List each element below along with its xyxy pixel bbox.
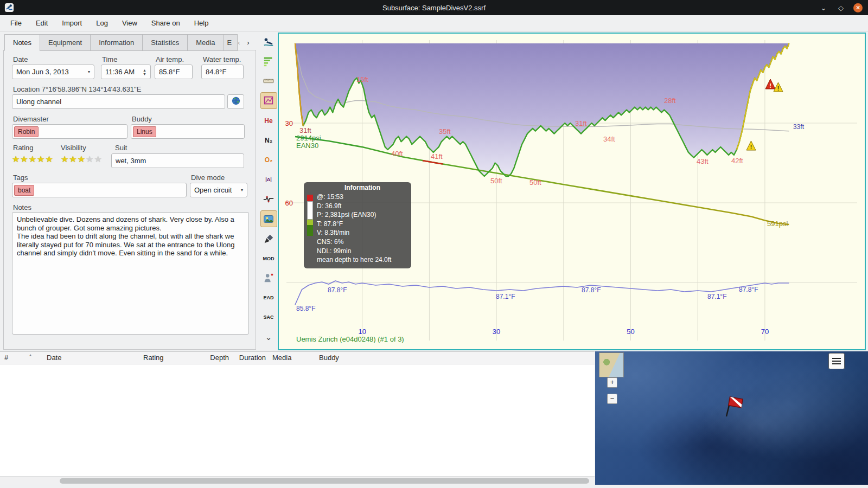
column-header-depth[interactable]: Depth	[205, 352, 229, 364]
dive-site-flag-marker[interactable]	[722, 394, 746, 420]
svg-text:85.8°F: 85.8°F	[296, 305, 315, 312]
water-temp-field[interactable]	[201, 65, 244, 79]
maximize-icon[interactable]: ◇	[836, 4, 846, 12]
svg-text:87.8°F: 87.8°F	[739, 286, 758, 293]
dive-mode-select[interactable]: Open circuit ▾	[190, 183, 247, 197]
menu-edit[interactable]: Edit	[29, 15, 55, 31]
column-header-duration[interactable]: Duration	[232, 352, 266, 364]
tab-scroll-left-icon[interactable]: ‹	[235, 37, 242, 48]
svg-text:33ft: 33ft	[793, 123, 805, 131]
notes-textarea[interactable]: Unbelievable dive. Dozens and dozens of …	[12, 212, 249, 335]
tab-bar: NotesEquipmentInformationStatisticsMedia…	[4, 34, 238, 50]
globe-button[interactable]	[227, 94, 244, 109]
tab-information[interactable]: Information	[90, 34, 142, 51]
ead-icon[interactable]: EAD	[261, 290, 277, 305]
star-icon: ★	[20, 155, 28, 164]
column-header-num[interactable]: #	[4, 352, 8, 364]
svg-text:42ft: 42ft	[731, 157, 743, 165]
column-header-buddy[interactable]: Buddy	[319, 352, 339, 364]
column-header-date[interactable]: Date	[47, 352, 61, 364]
pp-he-icon[interactable]: He	[261, 113, 277, 129]
ceiling-person-icon[interactable]	[261, 270, 277, 286]
tooltip-title: Information	[317, 184, 408, 191]
menu-help[interactable]: Help	[187, 15, 216, 31]
star-icon: ★	[45, 155, 53, 164]
heartrate-icon[interactable]	[261, 191, 277, 207]
map-overview-inset	[599, 352, 624, 377]
photos-icon[interactable]	[260, 210, 277, 227]
rating-stars[interactable]: ★★★★★	[12, 154, 54, 164]
map-zoom-in-button[interactable]: +	[607, 377, 617, 388]
mod-icon[interactable]: MOD	[261, 251, 277, 266]
time-label: Time	[102, 55, 117, 63]
divemaster-field[interactable]: Robin	[12, 124, 127, 139]
air-temp-label: Air temp.	[156, 55, 184, 63]
star-icon: ★	[12, 155, 20, 164]
map-panel[interactable]: + −	[595, 351, 868, 485]
minimize-icon[interactable]: ⌄	[819, 4, 828, 12]
svg-text:40ft: 40ft	[391, 150, 403, 158]
svg-text:31ft: 31ft	[299, 126, 311, 134]
map-menu-button[interactable]	[828, 353, 845, 369]
visibility-label: Visibility	[61, 144, 86, 152]
tab-media[interactable]: Media	[187, 34, 223, 51]
svg-text:!: !	[769, 82, 771, 89]
tissue-bars-icon[interactable]	[261, 53, 277, 69]
scrollbar-thumb[interactable]	[60, 478, 589, 484]
close-icon[interactable]: ✕	[853, 3, 863, 12]
profile-info-tooltip: Information @: 15:53D: 36.9ftP: 2,381psi…	[304, 182, 411, 268]
menu-log[interactable]: Log	[89, 15, 115, 31]
star-icon: ★	[78, 155, 86, 164]
divemaster-tag: Robin	[14, 126, 39, 137]
svg-text:60: 60	[285, 199, 293, 207]
column-header-rating[interactable]: Rating	[143, 352, 164, 364]
tooltip-rows: @: 15:53D: 36.9ftP: 2,381psi (EAN30)T: 8…	[317, 192, 408, 265]
tooltip-row: P: 2,381psi (EAN30)	[317, 210, 408, 220]
dive-profile-panel[interactable]: 30601030507031ft15ft40ft41ft35ft50ft50ft…	[278, 33, 866, 350]
svg-text:Uemis Zurich (e04d0248) (#1 of: Uemis Zurich (e04d0248) (#1 of 3)	[296, 335, 404, 343]
tab-notes[interactable]: Notes	[4, 34, 40, 51]
sort-indicator-icon: ▴	[29, 352, 31, 357]
rating-label: Rating	[13, 144, 34, 152]
map-zoom-out-button[interactable]: −	[607, 394, 617, 404]
time-stepper[interactable]: 11:36 AM ▲▼	[101, 65, 151, 79]
svg-text:10: 10	[358, 328, 366, 336]
menu-import[interactable]: Import	[55, 15, 89, 31]
menu-view[interactable]: View	[115, 15, 144, 31]
date-label: Date	[13, 55, 28, 63]
suit-field[interactable]	[111, 153, 244, 168]
tts-icon[interactable]: |Δ|	[261, 171, 277, 187]
svg-text:30: 30	[285, 119, 293, 127]
buddy-field[interactable]: Linus	[131, 124, 245, 139]
location-field[interactable]	[12, 94, 225, 109]
star-icon: ★	[86, 155, 94, 164]
sac-icon[interactable]: SAC	[261, 309, 277, 325]
svg-text:50: 50	[627, 328, 634, 336]
pp-o2-icon[interactable]: O₂	[261, 152, 277, 168]
svg-text:EAN30: EAN30	[296, 142, 318, 150]
pp-n2-icon[interactable]: N₂	[261, 132, 277, 148]
svg-text:87.1°F: 87.1°F	[707, 293, 726, 300]
tooltip-row: T: 87.8°F	[317, 220, 408, 229]
ruler-icon[interactable]	[261, 73, 277, 88]
dive-list-header: #DateRatingDepthDurationMediaBuddy▴	[0, 352, 595, 364]
horizontal-scrollbar[interactable]	[0, 476, 595, 485]
pen-icon[interactable]	[261, 231, 277, 247]
tab-equipment[interactable]: Equipment	[40, 34, 90, 51]
star-icon: ★	[61, 155, 69, 164]
tab-statistics[interactable]: Statistics	[142, 34, 187, 51]
tab-scroll-right-icon[interactable]: ›	[245, 37, 252, 48]
svg-text:31ft: 31ft	[575, 119, 587, 127]
date-select[interactable]: Mon Jun 3, 2013 ▾	[12, 65, 94, 79]
scale-graph-icon[interactable]	[260, 92, 277, 109]
svg-text:41ft: 41ft	[431, 152, 443, 160]
dc-ceiling-icon[interactable]	[261, 34, 277, 49]
menu-share-on[interactable]: Share on	[144, 15, 187, 31]
visibility-stars[interactable]: ★★★★★	[61, 154, 103, 164]
column-header-media[interactable]: Media	[272, 352, 291, 364]
air-temp-field[interactable]	[155, 65, 193, 79]
spinner-arrows-icon[interactable]: ▲▼	[143, 68, 146, 76]
toolbar-more-icon[interactable]: ⌄	[259, 332, 278, 342]
tags-field[interactable]: boat	[12, 183, 187, 197]
menu-file[interactable]: File	[3, 15, 29, 31]
